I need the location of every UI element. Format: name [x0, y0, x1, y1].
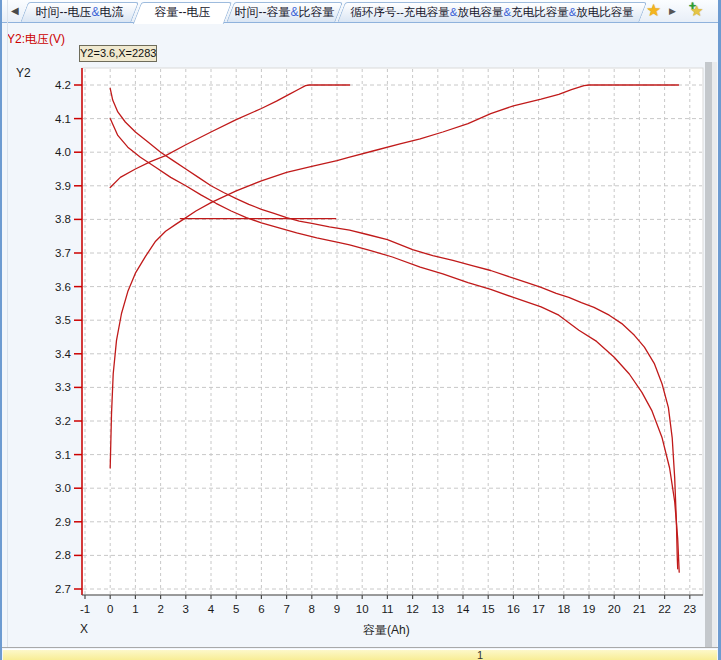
bottom-partial-glyph: 1	[477, 650, 483, 660]
crosshair-tooltip: Y2=3.6,X=2283	[79, 45, 157, 62]
battery-test-chart-window: ◀ 时间--电压&电流 容量--电压 时间--容量&比容量 循环序号--充电容量…	[0, 0, 721, 660]
x-tick-label: 3	[183, 603, 189, 615]
x-tick-label: 6	[258, 603, 264, 615]
x-tick-label: 17	[532, 603, 545, 615]
bottom-divider	[2, 647, 718, 648]
y-tick-label: 3.4	[55, 348, 72, 360]
x-axis-name: X	[80, 622, 88, 636]
x-tick-label: 12	[406, 603, 419, 615]
x-tick-label: 15	[482, 603, 495, 615]
window-border-left	[0, 0, 2, 660]
x-tick-label: 0	[107, 603, 113, 615]
x-tick-label: -1	[80, 603, 90, 615]
y-axis-name: Y2	[16, 66, 31, 80]
x-tick-label: 20	[608, 603, 621, 615]
y-tick-label: 4.0	[55, 146, 71, 158]
x-tick-label: 2	[157, 603, 163, 615]
x-tick-label: 11	[381, 603, 393, 615]
y-tick-label: 3.2	[55, 415, 71, 427]
capacity-voltage-chart: 4.24.14.03.93.83.73.63.53.43.33.23.13.02…	[0, 0, 721, 660]
x-tick-label: 23	[683, 603, 696, 615]
tab-capacity-voltage[interactable]: 容量--电压	[137, 2, 228, 22]
x-tick-label: 22	[658, 603, 671, 615]
tab-label: 容量--电压	[137, 2, 228, 22]
y-tick-label: 4.1	[55, 113, 71, 125]
x-tick-label: 10	[356, 603, 369, 615]
x-tick-label: 4	[208, 603, 215, 615]
left-panel-divider	[7, 0, 8, 648]
x-tick-label: 16	[507, 603, 520, 615]
y-tick-label: 4.2	[55, 79, 71, 91]
x-tick-label: 1	[132, 603, 138, 615]
plot-area[interactable]	[82, 68, 703, 595]
x-tick-label: 18	[557, 603, 570, 615]
y-tick-label: 3.9	[55, 180, 71, 192]
y-tick-label: 3.5	[55, 314, 71, 326]
right-scroll-strip[interactable]	[705, 62, 712, 647]
y-tick-label: 3.8	[55, 213, 71, 225]
y-tick-label: 2.8	[55, 549, 71, 561]
x-tick-label: 14	[457, 603, 470, 615]
bottom-panel-strip	[3, 649, 717, 660]
y-tick-label: 2.9	[55, 516, 71, 528]
x-tick-label: 5	[233, 603, 239, 615]
x-tick-label: 7	[283, 603, 289, 615]
right-strip-inner	[712, 62, 717, 647]
y-tick-label: 3.3	[55, 381, 71, 393]
y-tick-label: 2.7	[55, 583, 71, 595]
x-tick-label: 8	[309, 603, 315, 615]
x-tick-label: 21	[633, 603, 646, 615]
y-tick-label: 3.6	[55, 281, 71, 293]
x-tick-label: 19	[583, 603, 596, 615]
y-tick-label: 3.0	[55, 482, 71, 494]
x-axis-title: 容量(Ah)	[363, 622, 410, 639]
y-tick-label: 3.1	[55, 449, 71, 461]
x-tick-label: 9	[334, 603, 340, 615]
y-tick-label: 3.7	[55, 247, 71, 259]
x-tick-label: 13	[431, 603, 444, 615]
y-series-label: Y2:电压(V)	[7, 31, 65, 48]
